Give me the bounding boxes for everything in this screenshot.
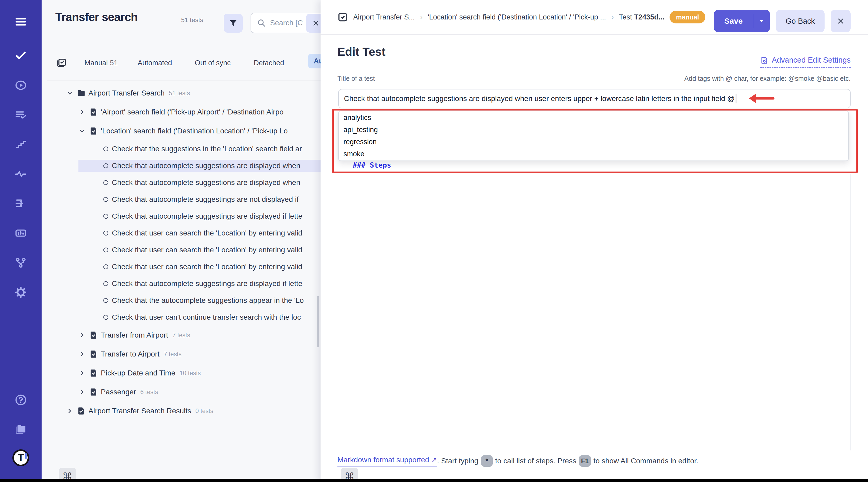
checkbox-doc-icon: [337, 12, 348, 22]
tab-detached[interactable]: Detached: [254, 59, 284, 67]
tree-row-count: 10 tests: [180, 369, 201, 377]
tab-out-of-sync[interactable]: Out of sync: [195, 59, 231, 67]
breadcrumb-test[interactable]: Test T2435d...: [619, 13, 664, 21]
tag-option[interactable]: api_testing: [339, 124, 848, 136]
chevron-icon[interactable]: [79, 369, 89, 377]
tag-option[interactable]: regression: [339, 136, 848, 148]
play-circle-icon[interactable]: [13, 78, 28, 93]
app-root: T Transfer search 51 tests Manual51 Auto…: [0, 0, 868, 482]
save-button[interactable]: Save: [714, 10, 770, 32]
chevron-right-icon: ›: [611, 13, 614, 21]
chevron-icon[interactable]: [79, 108, 89, 116]
tree-row[interactable]: Check that autocomplete suggestings are …: [41, 275, 320, 292]
test-tree-panel: Transfer search 51 tests Manual51 Automa…: [41, 0, 320, 482]
tree-row[interactable]: Check that the autocomplete suggestions …: [41, 292, 320, 309]
markdown-supported-link[interactable]: Markdown format supported ↗: [337, 456, 437, 467]
advanced-edit-settings-link[interactable]: Advanced Edit Settings: [760, 56, 850, 68]
tag-suggestions-dropdown: analyticsapi_testingregressionsmoke: [338, 110, 849, 161]
tree-row[interactable]: Check that user can't continue transfer …: [41, 309, 320, 326]
chevron-icon[interactable]: [66, 89, 77, 97]
editor-footer-hint: Markdown format supported ↗ . Start typi…: [337, 455, 698, 467]
tree-row[interactable]: Airport Transfer Search Results 0 tests: [41, 401, 320, 420]
asterisk-key-badge: *: [481, 455, 493, 467]
filter-button[interactable]: [224, 14, 243, 33]
node-icon: [103, 312, 112, 322]
chevron-icon[interactable]: [66, 407, 77, 415]
doc-settings-icon: [760, 56, 769, 64]
node-icon: [89, 330, 101, 340]
select-all-icon[interactable]: [56, 58, 67, 68]
tag-option[interactable]: analytics: [339, 111, 848, 124]
chevron-icon[interactable]: [79, 127, 89, 135]
branch-icon[interactable]: [13, 255, 28, 270]
node-icon: [103, 228, 112, 238]
breadcrumb-project[interactable]: Airport Transfer S...: [353, 13, 415, 21]
tag-option[interactable]: smoke: [339, 148, 848, 160]
test-title-input[interactable]: Check that autocomplete suggestions are …: [338, 89, 850, 108]
node-icon: [103, 262, 112, 272]
tree-row[interactable]: Check that autocomplete suggestings are …: [41, 208, 320, 225]
tree-row-label: Airport Transfer Search: [88, 89, 164, 97]
tree-row[interactable]: Transfer from Airport 7 tests: [41, 326, 320, 345]
steps-icon[interactable]: [13, 137, 28, 152]
tree-row[interactable]: Airport Transfer Search 51 tests: [41, 84, 320, 103]
tree-row-count: 7 tests: [173, 332, 190, 339]
tree-row-label: Transfer from Airport: [101, 331, 168, 340]
breadcrumb-suite[interactable]: 'Location' search field ('Destination Lo…: [428, 13, 606, 21]
node-icon: [77, 406, 88, 416]
check-icon[interactable]: [13, 48, 28, 63]
external-link-icon: ↗: [431, 456, 437, 464]
automation-chip[interactable]: Aut: [308, 54, 320, 68]
tree-row-count: 7 tests: [164, 351, 182, 358]
chevron-down-icon[interactable]: [753, 14, 770, 28]
node-icon: [89, 107, 101, 117]
chevron-icon[interactable]: [79, 388, 89, 396]
chevron-icon[interactable]: [79, 331, 89, 339]
f1-key-badge: F1: [579, 455, 591, 467]
tree-row[interactable]: Check that user can search the 'Location…: [41, 242, 320, 258]
sign-in-icon[interactable]: [13, 196, 28, 211]
screen-bottom-strip: [0, 479, 868, 482]
tree-scrollbar[interactable]: [317, 296, 319, 347]
search-icon: [257, 19, 266, 27]
tree-row[interactable]: Check that autocomplete suggestions are …: [41, 174, 320, 191]
tree-row[interactable]: 'Location' search field ('Destination Lo…: [41, 122, 320, 140]
help-icon[interactable]: [13, 392, 28, 407]
tab-manual[interactable]: Manual51: [85, 59, 118, 67]
edit-test-toolbar: Airport Transfer S... › 'Location' searc…: [320, 0, 868, 34]
tree-row-label: Transfer to Airport: [101, 350, 159, 358]
tab-automated[interactable]: Automated: [138, 59, 172, 67]
tree-row[interactable]: Check that user can search the 'Location…: [41, 225, 320, 242]
manual-badge: manual: [670, 11, 705, 24]
tree-row[interactable]: Passenger 6 tests: [41, 383, 320, 401]
node-icon: [103, 211, 112, 221]
bar-chart-icon[interactable]: [13, 226, 28, 240]
chevron-icon[interactable]: [79, 350, 89, 358]
activity-icon[interactable]: [13, 166, 28, 181]
clear-search-button[interactable]: [306, 14, 320, 33]
tree-row-label: 'Location' search field ('Destination Lo…: [101, 127, 288, 135]
tree-row-label: Airport Transfer Search Results: [88, 407, 191, 415]
markdown-steps-line[interactable]: ### Steps: [353, 161, 391, 169]
close-panel-button[interactable]: [831, 10, 850, 32]
app-sidebar: T: [0, 0, 41, 482]
tree-row[interactable]: Pick-up Date and Time 10 tests: [41, 363, 320, 383]
list-check-icon[interactable]: [13, 107, 28, 122]
tree-row[interactable]: Check that autocomplete suggestions are …: [41, 157, 320, 174]
tree-row-label: Check that the suggestions in the 'Locat…: [112, 145, 302, 153]
menu-icon[interactable]: [13, 14, 28, 29]
gear-icon[interactable]: [13, 285, 28, 300]
tree-row[interactable]: Check that the suggestions in the 'Locat…: [41, 140, 320, 157]
tree-row[interactable]: 'Airport' search field ('Pick-up Airport…: [41, 103, 320, 122]
edit-test-panel: Airport Transfer S... › 'Location' searc…: [320, 0, 868, 482]
node-icon: [103, 245, 112, 255]
avatar[interactable]: T: [12, 449, 29, 466]
tree-row[interactable]: Check that autocomplete suggestings are …: [41, 191, 320, 208]
tree-row[interactable]: Transfer to Airport 7 tests: [41, 345, 320, 363]
go-back-button[interactable]: Go Back: [776, 10, 825, 32]
tree-row-label: Check that user can search the 'Location…: [112, 263, 302, 271]
projects-icon[interactable]: [13, 422, 28, 437]
tree-row[interactable]: Check that user can search the 'Location…: [41, 258, 320, 275]
node-icon: [103, 279, 112, 289]
node-icon: [103, 178, 112, 188]
